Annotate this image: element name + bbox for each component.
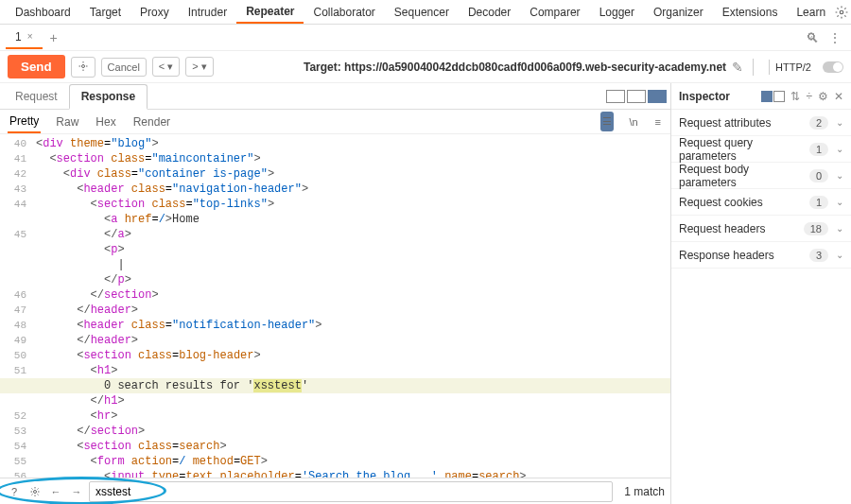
chevron-down-icon: ⌄ xyxy=(836,197,843,207)
tab-organizer[interactable]: Organizer xyxy=(644,2,713,23)
inspector-row-count: 1 xyxy=(809,143,828,156)
inspector-row-label: Request attributes xyxy=(679,116,809,130)
close-tab-icon[interactable]: × xyxy=(27,31,33,42)
layout-horizontal-icon[interactable] xyxy=(627,90,646,103)
inspector-gear-icon[interactable]: ⚙ xyxy=(818,90,828,103)
search-input[interactable] xyxy=(89,481,613,502)
inspector-row-5[interactable]: Response headers3⌄ xyxy=(671,242,851,269)
chevron-down-icon: ⌄ xyxy=(836,117,843,128)
view-pretty[interactable]: Pretty xyxy=(8,111,41,133)
http-version-label: HTTP/2 xyxy=(769,60,817,75)
repeater-tabs: 1 × + 🔍︎ ⋮ xyxy=(0,25,851,51)
tab-learn[interactable]: Learn xyxy=(787,2,835,23)
inspector-row-4[interactable]: Request headers18⌄ xyxy=(671,216,851,242)
action-bar: Send Cancel < ▾ > ▾ Target: https://0a59… xyxy=(0,51,851,83)
target-label: Target: https://0a590040042ddcb080cadf0d… xyxy=(304,61,726,74)
inspector-row-count: 1 xyxy=(809,196,828,209)
tab-extensions[interactable]: Extensions xyxy=(713,2,788,23)
tab-target[interactable]: Target xyxy=(80,2,130,23)
gear-icon xyxy=(78,61,89,72)
search-icon[interactable]: 🔍︎ xyxy=(800,30,825,45)
inspector-row-label: Request body parameters xyxy=(679,163,809,189)
search-next-icon[interactable]: → xyxy=(68,483,85,500)
show-nonprintable-button[interactable]: ☰ xyxy=(600,112,614,131)
inspector-row-label: Request query parameters xyxy=(679,136,809,163)
inspector-layout-icons[interactable] xyxy=(761,91,785,102)
tab-proxy[interactable]: Proxy xyxy=(130,2,179,23)
tab-logger[interactable]: Logger xyxy=(590,2,644,23)
inspector-row-label: Request headers xyxy=(679,222,804,235)
response-body[interactable]: 40<div theme="blog">41 <section class="m… xyxy=(0,134,670,478)
top-nav: Dashboard Target Proxy Intruder Repeater… xyxy=(0,0,851,25)
search-match-count: 1 match xyxy=(624,485,665,498)
view-raw[interactable]: Raw xyxy=(54,112,80,132)
search-bar: ? ← → 1 match xyxy=(0,478,670,504)
layout-vertical-icon[interactable] xyxy=(648,90,667,103)
inspector-row-count: 18 xyxy=(804,222,828,235)
search-prev-icon[interactable]: ← xyxy=(47,483,64,500)
inspector-row-2[interactable]: Request body parameters0⌄ xyxy=(671,163,851,189)
search-gear-icon[interactable] xyxy=(26,483,43,500)
inspector-row-label: Response headers xyxy=(679,249,809,262)
layout-single-icon[interactable] xyxy=(606,90,625,103)
newline-label: \n xyxy=(627,113,639,131)
send-options-button[interactable] xyxy=(71,57,96,78)
history-back-button[interactable]: < ▾ xyxy=(152,57,181,77)
inspector-expand-icon[interactable]: ⇅ xyxy=(790,90,800,103)
inspector-row-count: 2 xyxy=(809,116,828,130)
response-tab[interactable]: Response xyxy=(69,84,148,110)
repeater-tab-label: 1 xyxy=(15,30,22,43)
tab-dashboard[interactable]: Dashboard xyxy=(6,2,80,23)
view-hex[interactable]: Hex xyxy=(94,112,117,132)
tab-decoder[interactable]: Decoder xyxy=(459,2,520,23)
tab-intruder[interactable]: Intruder xyxy=(179,2,236,23)
inspector-row-0[interactable]: Request attributes2⌄ xyxy=(671,110,851,136)
svg-point-2 xyxy=(34,490,37,493)
inspector-row-count: 0 xyxy=(809,169,828,182)
send-button[interactable]: Send xyxy=(8,55,65,78)
inspector-row-3[interactable]: Request cookies1⌄ xyxy=(671,189,851,216)
inspector-title: Inspector xyxy=(679,90,755,103)
tab-repeater[interactable]: Repeater xyxy=(236,1,304,24)
inspector-close-icon[interactable]: ✕ xyxy=(834,90,843,103)
http-version-toggle[interactable] xyxy=(823,61,843,73)
settings-button[interactable]: Settings xyxy=(835,6,851,19)
svg-point-0 xyxy=(840,10,843,14)
tab-collaborator[interactable]: Collaborator xyxy=(304,2,384,23)
tab-comparer[interactable]: Comparer xyxy=(520,2,589,23)
wrap-icon[interactable]: ≡ xyxy=(653,113,663,131)
view-tabs: Pretty Raw Hex Render ☰ \n ≡ xyxy=(0,110,670,134)
inspector-row-label: Request cookies xyxy=(679,196,809,209)
message-tabs: Request Response xyxy=(0,83,670,110)
gear-icon xyxy=(835,6,848,19)
request-tab[interactable]: Request xyxy=(4,85,69,108)
inspector-panel: Inspector ⇅ ÷ ⚙ ✕ Request attributes2⌄Re… xyxy=(671,83,851,504)
inspector-row-count: 3 xyxy=(809,249,828,262)
inspector-row-1[interactable]: Request query parameters1⌄ xyxy=(671,136,851,163)
add-tab-button[interactable]: + xyxy=(43,26,65,49)
search-help-icon[interactable]: ? xyxy=(6,483,23,500)
tab-sequencer[interactable]: Sequencer xyxy=(385,2,459,23)
cancel-button[interactable]: Cancel xyxy=(101,58,147,77)
edit-target-icon[interactable]: ✎ xyxy=(732,60,743,75)
chevron-down-icon: ⌄ xyxy=(836,170,843,181)
chevron-down-icon: ⌄ xyxy=(836,144,843,154)
inspector-divider-icon: ÷ xyxy=(806,90,812,103)
repeater-tab-1[interactable]: 1 × xyxy=(6,26,43,49)
chevron-down-icon: ⌄ xyxy=(836,250,843,260)
more-icon[interactable]: ⋮ xyxy=(825,30,845,45)
view-render[interactable]: Render xyxy=(131,112,172,132)
chevron-down-icon: ⌄ xyxy=(836,223,843,234)
svg-point-1 xyxy=(81,64,84,67)
history-forward-button[interactable]: > ▾ xyxy=(185,57,214,77)
